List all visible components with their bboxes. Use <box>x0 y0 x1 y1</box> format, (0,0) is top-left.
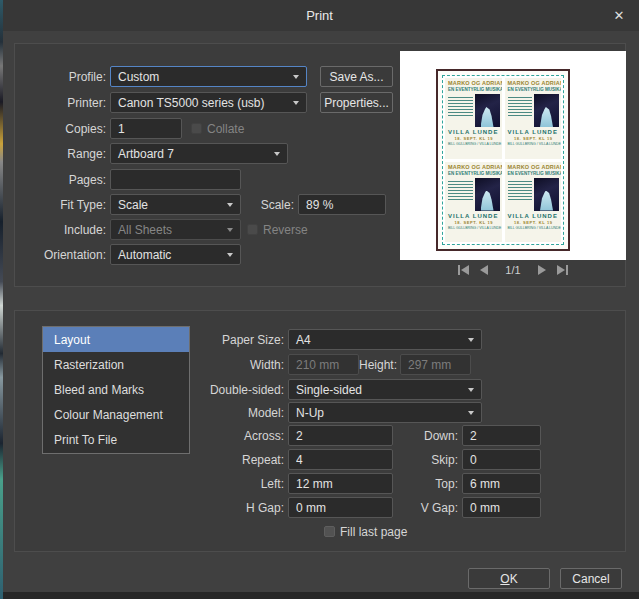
top-margin-input[interactable] <box>462 473 541 494</box>
poster-body-lines <box>508 178 535 211</box>
poster-venue: VILLA LUNDE <box>508 129 560 135</box>
range-dropdown[interactable]: Artboard 7 <box>110 143 288 164</box>
repeat-input[interactable] <box>288 449 393 470</box>
poster-image <box>534 178 559 211</box>
first-page-icon[interactable] <box>458 265 469 275</box>
poster-date: 18. SEPT. KL 19 <box>448 136 500 141</box>
background-app-edge <box>0 0 3 599</box>
poster-body-lines <box>448 178 475 211</box>
orientation-value: Automatic <box>118 248 171 262</box>
left-margin-input[interactable] <box>288 473 393 494</box>
double-sided-value: Single-sided <box>296 383 362 397</box>
fill-last-page-checkbox[interactable] <box>324 526 335 537</box>
fit-type-value: Scale <box>118 198 148 212</box>
chevron-down-icon <box>293 75 299 79</box>
scale-label: Scale: <box>241 198 294 212</box>
chevron-down-icon <box>468 338 474 342</box>
fit-type-dropdown[interactable]: Scale <box>110 194 241 215</box>
poster-image <box>475 178 500 211</box>
next-page-icon[interactable] <box>538 265 546 275</box>
previous-page-icon[interactable] <box>480 265 488 275</box>
cancel-button[interactable]: Cancel <box>560 568 622 589</box>
last-page-icon[interactable] <box>557 265 568 275</box>
poster-thumbnail: MARKO OG ADRIANE EN EVENTYRLIG MUSIKAL V… <box>445 162 502 243</box>
poster-thumbnail: MARKO OG ADRIANE EN EVENTYRLIG MUSIKAL V… <box>505 78 562 159</box>
double-sided-label: Double-sided: <box>145 383 284 397</box>
poster-subtitle: EN EVENTYRLIG MUSIKAL <box>508 87 560 92</box>
profile-dropdown[interactable]: Custom <box>110 66 307 87</box>
down-input[interactable] <box>462 425 541 446</box>
v-gap-input[interactable] <box>462 497 541 518</box>
collate-label: Collate <box>207 122 244 136</box>
skip-label: Skip: <box>393 453 458 467</box>
poster-thumbnail: MARKO OG ADRIANE EN EVENTYRLIG MUSIKAL V… <box>505 162 562 243</box>
poster-title: MARKO OG ADRIANE <box>508 80 560 86</box>
repeat-label: Repeat: <box>145 453 284 467</box>
printer-dropdown[interactable]: Canon TS5000 series (usb) <box>110 92 307 113</box>
across-input[interactable] <box>288 425 393 446</box>
poster-subtitle: EN EVENTYRLIG MUSIKAL <box>448 87 500 92</box>
printer-value: Canon TS5000 series (usb) <box>118 96 265 110</box>
poster-venue: VILLA LUNDE <box>508 213 560 219</box>
preview-sheet-grid: MARKO OG ADRIANE EN EVENTYRLIG MUSIKAL V… <box>442 75 564 245</box>
poster-subtitle: EN EVENTYRLIG MUSIKAL <box>448 171 500 176</box>
range-label: Range: <box>17 147 106 161</box>
double-sided-dropdown[interactable]: Single-sided <box>288 379 482 400</box>
poster-tickets: BILL GULLBRING / VILLA LUNDE <box>448 142 500 146</box>
print-preview: MARKO OG ADRIANE EN EVENTYRLIG MUSIKAL V… <box>400 51 626 260</box>
save-as-button[interactable]: Save As... <box>320 66 393 87</box>
poster-title: MARKO OG ADRIANE <box>448 80 500 86</box>
poster-date: 18. SEPT. KL 19 <box>448 220 500 225</box>
dialog-titlebar: Print ✕ <box>0 0 639 31</box>
printer-settings-panel: Profile: Custom Save As... Printer: Cano… <box>14 43 626 287</box>
orientation-dropdown[interactable]: Automatic <box>110 244 241 265</box>
chevron-down-icon <box>293 101 299 105</box>
page-indicator: 1/1 <box>505 264 520 276</box>
poster-date: 18. SEPT. KL 19 <box>508 136 560 141</box>
poster-subtitle: EN EVENTYRLIG MUSIKAL <box>508 171 560 176</box>
height-label: Height: <box>359 358 396 372</box>
poster-tickets: BILL GULLBRING / VILLA LUNDE <box>508 226 560 230</box>
background-app-bottom <box>0 592 639 599</box>
top-margin-label: Top: <box>393 477 458 491</box>
height-input <box>400 354 471 375</box>
fill-last-page-label: Fill last page <box>340 525 407 539</box>
down-label: Down: <box>393 429 458 443</box>
poster-date: 18. SEPT. KL 19 <box>508 220 560 225</box>
poster-venue: VILLA LUNDE <box>448 129 500 135</box>
v-gap-label: V Gap: <box>393 501 458 515</box>
fit-type-label: Fit Type: <box>17 198 106 212</box>
poster-image <box>534 94 559 127</box>
collate-checkbox[interactable] <box>191 123 202 134</box>
across-label: Across: <box>145 429 284 443</box>
include-dropdown: All Sheets <box>110 219 241 240</box>
profile-label: Profile: <box>17 70 106 84</box>
profile-value: Custom <box>118 70 159 84</box>
ok-button[interactable]: OK <box>468 568 550 589</box>
close-icon[interactable]: ✕ <box>610 7 628 25</box>
reverse-label: Reverse <box>263 223 308 237</box>
model-dropdown[interactable]: N-Up <box>288 402 482 423</box>
model-value: N-Up <box>296 406 324 420</box>
poster-title: MARKO OG ADRIANE <box>508 164 560 170</box>
copies-input[interactable] <box>110 118 182 139</box>
chevron-down-icon <box>227 253 233 257</box>
chevron-down-icon <box>227 228 233 232</box>
pages-input[interactable] <box>110 169 241 190</box>
dialog-title: Print <box>0 8 639 23</box>
left-margin-label: Left: <box>145 477 284 491</box>
scale-input[interactable] <box>298 194 386 215</box>
printer-label: Printer: <box>17 96 106 110</box>
orientation-label: Orientation: <box>17 248 106 262</box>
h-gap-input[interactable] <box>288 497 393 518</box>
properties-button[interactable]: Properties... <box>320 92 393 113</box>
h-gap-label: H Gap: <box>145 501 284 515</box>
poster-body-lines <box>448 94 475 127</box>
chevron-down-icon <box>227 203 233 207</box>
include-value: All Sheets <box>118 223 172 237</box>
paper-size-dropdown[interactable]: A4 <box>288 329 482 350</box>
skip-input[interactable] <box>462 449 541 470</box>
poster-venue: VILLA LUNDE <box>448 213 500 219</box>
poster-body-lines <box>508 94 535 127</box>
width-label: Width: <box>145 358 284 372</box>
